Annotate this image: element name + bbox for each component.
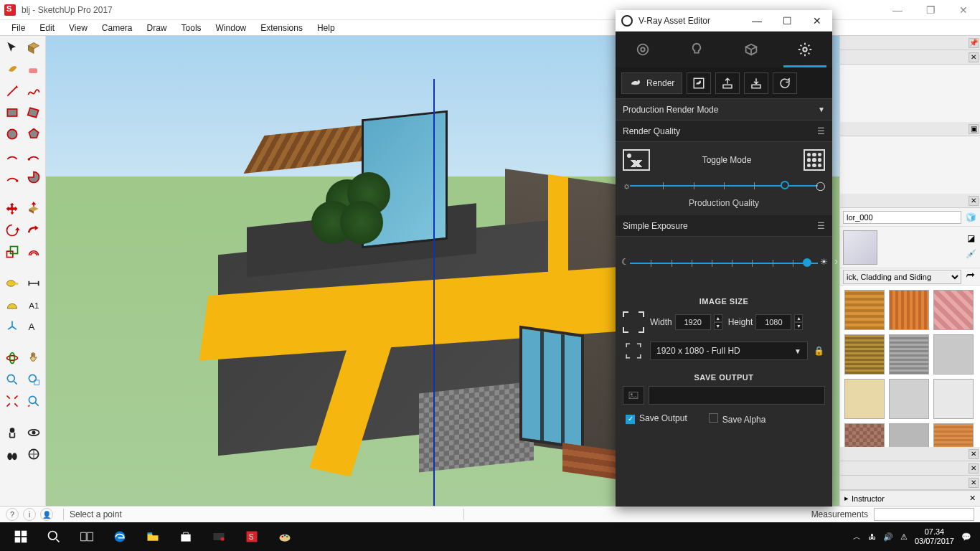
vray-tab-lights[interactable]	[670, 32, 725, 67]
previous-view-tool[interactable]	[24, 392, 43, 410]
material-swatch[interactable]	[889, 290, 929, 330]
measurements-input[interactable]	[874, 508, 974, 521]
zoom-window-tool[interactable]	[24, 370, 43, 389]
store-icon[interactable]	[169, 522, 202, 551]
material-swatch[interactable]	[844, 379, 885, 419]
materials-close-icon[interactable]: ✕	[969, 196, 979, 206]
height-spinner[interactable]: ▲▼	[794, 314, 803, 330]
pushpull-tool[interactable]	[24, 199, 43, 218]
recorder-icon[interactable]	[202, 522, 235, 551]
pan-tool[interactable]	[24, 349, 43, 367]
dots-mode-icon[interactable]	[804, 149, 825, 171]
eraser-tool[interactable]	[24, 60, 43, 79]
save-output-checkbox[interactable]: Save Output	[626, 413, 687, 425]
rotated-rect-tool[interactable]	[24, 103, 43, 122]
output-path-input[interactable]	[649, 386, 825, 405]
zoom-tool[interactable]	[3, 370, 22, 389]
material-swatch[interactable]	[933, 334, 974, 375]
lock-icon[interactable]: 🔒	[814, 346, 825, 356]
menu-draw[interactable]: Draw	[140, 22, 174, 34]
width-spinner[interactable]: ▲▼	[714, 314, 722, 330]
material-swatch[interactable]	[933, 423, 974, 447]
rectangle-tool[interactable]	[3, 103, 22, 122]
followme-tool[interactable]	[24, 221, 43, 240]
start-button[interactable]	[4, 522, 37, 551]
material-swatch[interactable]	[844, 290, 885, 330]
select-tool[interactable]	[3, 39, 22, 57]
arc3-tool[interactable]	[3, 168, 22, 187]
vray-minimize-button[interactable]: —	[742, 10, 772, 32]
help-icon[interactable]: ?	[6, 508, 19, 521]
walk-tool[interactable]	[3, 445, 22, 463]
explorer-icon[interactable]	[136, 522, 169, 551]
menu-camera[interactable]: Camera	[95, 22, 140, 34]
move-tool[interactable]	[3, 199, 22, 218]
menu-view[interactable]: View	[62, 22, 95, 34]
materials-nav-icon[interactable]: ⮫	[964, 270, 977, 283]
vray-export-button[interactable]	[715, 72, 740, 94]
vray-tab-materials[interactable]	[616, 32, 670, 67]
save-alpha-checkbox[interactable]: Save Alpha	[709, 413, 766, 425]
paint-tool[interactable]	[3, 60, 22, 79]
component-tool[interactable]	[24, 39, 43, 57]
material-swatch[interactable]	[889, 334, 929, 375]
close-button[interactable]: ✕	[947, 0, 980, 20]
material-swatch[interactable]	[844, 423, 885, 447]
instructor-panel-header[interactable]: ▸ Instructor ✕	[840, 490, 980, 506]
material-swatch[interactable]	[889, 379, 929, 419]
section-tool[interactable]	[24, 445, 43, 463]
search-button[interactable]	[37, 522, 70, 551]
menu-tools[interactable]: Tools	[174, 22, 209, 34]
slider-knob[interactable]	[781, 181, 789, 189]
chevron-right-icon[interactable]: ›	[834, 255, 838, 267]
vray-tab-geometry[interactable]	[724, 32, 778, 67]
vray-exposure-slider[interactable]: ☾ ☀ ›	[623, 255, 825, 271]
paint-taskbar-icon[interactable]	[268, 522, 301, 551]
instructor-close-icon[interactable]: ✕	[969, 494, 976, 503]
width-input[interactable]	[675, 314, 711, 330]
minimize-button[interactable]: —	[881, 0, 914, 20]
maximize-button[interactable]: ❐	[914, 0, 947, 20]
vray-exposure-header[interactable]: Simple Exposure ☰	[616, 215, 832, 237]
taskbar-clock[interactable]: 07.34 03/07/2017	[915, 527, 954, 546]
user-icon[interactable]: 👤	[40, 508, 53, 521]
dimension-tool[interactable]	[24, 274, 43, 293]
resolution-preset-select[interactable]: 1920 x 1080 - Full HD ▼	[650, 342, 808, 360]
vray-mode-row[interactable]: Production Render Mode ▼	[616, 99, 832, 121]
tape-tool[interactable]	[3, 274, 22, 293]
menu-window[interactable]: Window	[209, 22, 254, 34]
menu-extensions[interactable]: Extensions	[253, 22, 310, 34]
notifications-icon[interactable]: 💬	[961, 532, 971, 542]
offset-tool[interactable]	[24, 242, 43, 261]
vray-close-button[interactable]: ✕	[802, 10, 832, 32]
pie-tool[interactable]	[24, 168, 43, 187]
material-swatch[interactable]	[844, 334, 885, 375]
material-swatch[interactable]	[889, 423, 929, 447]
orbit-tool[interactable]	[3, 349, 22, 367]
aspect-icon[interactable]	[623, 311, 644, 333]
text-tool[interactable]: A1	[24, 296, 43, 314]
height-input[interactable]	[755, 314, 791, 330]
protractor-tool[interactable]	[3, 296, 22, 314]
materials-category-select[interactable]: ick, Cladding and Siding	[843, 270, 961, 284]
position-camera-tool[interactable]	[3, 423, 22, 442]
axes-tool[interactable]	[3, 317, 22, 336]
menu-file[interactable]: File	[4, 22, 32, 34]
line-tool[interactable]	[3, 82, 22, 100]
vray-titlebar[interactable]: V-Ray Asset Editor — ☐ ✕	[616, 10, 832, 32]
3dtext-tool[interactable]: A	[24, 317, 43, 336]
menu-help[interactable]: Help	[310, 22, 342, 34]
info-icon[interactable]: i	[23, 508, 36, 521]
freehand-tool[interactable]	[24, 82, 43, 100]
arc-tool[interactable]	[3, 146, 22, 165]
file-browse-button[interactable]	[623, 386, 644, 405]
vray-interactive-render-button[interactable]	[687, 72, 711, 94]
vray-render-button[interactable]: Render	[621, 72, 682, 94]
sketchup-taskbar-icon[interactable]: S	[235, 522, 268, 551]
vray-reset-button[interactable]	[773, 72, 797, 94]
vray-tab-settings[interactable]	[778, 32, 833, 67]
fullscreen-icon[interactable]	[626, 344, 641, 359]
vray-quality-header[interactable]: Render Quality ☰	[616, 121, 832, 142]
material-display-icon[interactable]: ◪	[964, 233, 977, 246]
tray-network-icon[interactable]: 🖧	[868, 532, 876, 541]
